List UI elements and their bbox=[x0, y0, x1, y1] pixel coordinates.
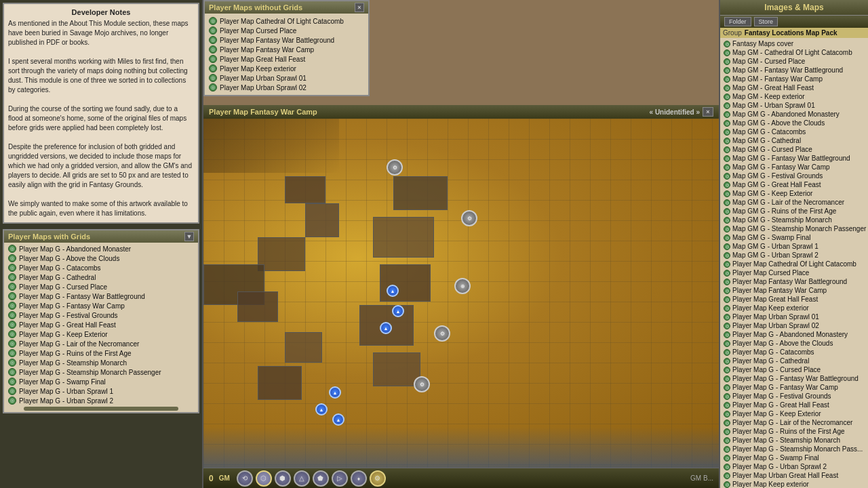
right-list-item[interactable]: ◎Map GM G - Cathedral bbox=[722, 136, 867, 145]
map-token-4[interactable]: ⚙ bbox=[434, 325, 450, 342]
grids-list-item[interactable]: ◎Player Map G - Steamship Monarch Passen… bbox=[7, 367, 195, 377]
right-list-item[interactable]: ◎Map GM G - Ruins of the First Age bbox=[722, 207, 867, 216]
floating-list-item[interactable]: ◎Player Map Urban Sprawl 01 bbox=[208, 73, 366, 83]
right-list-item[interactable]: ◎Map GM G - Steamship Monarch bbox=[722, 216, 867, 224]
toolbar-btn-7[interactable]: ⬧ bbox=[351, 470, 367, 487]
right-list-item[interactable]: ◎Map GM G - Swamp Final bbox=[722, 233, 867, 242]
right-list-item[interactable]: ◎Player Map G - Cursed Place bbox=[722, 365, 867, 374]
right-list-item[interactable]: ◎Map GM - Cathedral Of Light Catacomb bbox=[722, 48, 867, 57]
right-list-item[interactable]: ◎Map GM - Fantasy War Battleground bbox=[722, 66, 867, 75]
right-list-item[interactable]: ◎Player Map Cathedral Of Light Catacomb bbox=[722, 260, 867, 268]
right-list-item[interactable]: ◎Player Map G - Festival Grounds bbox=[722, 392, 867, 401]
grids-list-item[interactable]: ◎Player Map G - Steamship Monarch bbox=[7, 358, 195, 367]
right-list-item[interactable]: ◎Map GM G - Fantasy War Battleground bbox=[722, 154, 867, 163]
map-token-3[interactable]: ⊕ bbox=[454, 278, 471, 294]
toolbar-btn-5[interactable]: ⬟ bbox=[313, 470, 329, 487]
right-list-item[interactable]: ◎Player Map G - Abandoned Monastery bbox=[722, 330, 867, 339]
grids-list-item[interactable]: ◎Player Map G - Urban Sprawl 1 bbox=[7, 386, 195, 396]
right-list-item[interactable]: ◎Player Map Urban Sprawl 02 bbox=[722, 321, 867, 330]
toolbar-btn-2[interactable]: ⬡ bbox=[256, 470, 272, 487]
right-list-item[interactable]: ◎Map GM G - Lair of the Necromancer bbox=[722, 198, 867, 207]
right-list-item[interactable]: ◎Map GM - Fantasy War Camp bbox=[722, 75, 867, 83]
floating-list-item[interactable]: ◎Player Map Fantasy War Camp bbox=[208, 45, 366, 54]
right-list-item[interactable]: ◎Player Map Cursed Place bbox=[722, 268, 867, 277]
toolbar-btn-8[interactable]: ⚙ bbox=[370, 470, 386, 487]
maps-with-grids-close[interactable]: ▼ bbox=[184, 232, 194, 241]
right-list-item[interactable]: ◎Player Map G - Steamship Monarch Pass..… bbox=[722, 445, 867, 453]
map-token-1[interactable]: ⚙ bbox=[387, 159, 403, 176]
grids-list-item[interactable]: ◎Player Map G - Cursed Place bbox=[7, 282, 195, 291]
grids-list-item[interactable]: ◎Player Map G - Keep Exterior bbox=[7, 329, 195, 339]
map-token-5[interactable]: ⚙ bbox=[414, 376, 430, 392]
grids-list-item[interactable]: ◎Player Map G - Urban Sprawl 2 bbox=[7, 396, 195, 405]
toolbar-btn-4[interactable]: △ bbox=[294, 470, 310, 487]
right-list-item[interactable]: ◎Map GM G - Festival Grounds bbox=[722, 171, 867, 180]
right-list-item[interactable]: ◎Map GM G - Urban Sprawl 2 bbox=[722, 251, 867, 260]
right-list-item[interactable]: ◎Map GM G - Catacombs bbox=[722, 127, 867, 136]
blue-token-5[interactable]: ▲ bbox=[315, 403, 328, 415]
toolbar-btn-6[interactable]: ▷ bbox=[332, 470, 348, 487]
right-list-item[interactable]: ◎Map GM G - Cursed Place bbox=[722, 145, 867, 154]
right-list-item[interactable]: ◎Player Map Urban Great Hall Feast bbox=[722, 471, 867, 480]
store-button[interactable]: Store bbox=[754, 17, 778, 26]
floating-list-item[interactable]: ◎Player Map Fantasy War Battleground bbox=[208, 35, 366, 45]
blue-token-3[interactable]: ▲ bbox=[380, 322, 392, 334]
floating-list-item[interactable]: ◎Player Map Urban Sprawl 02 bbox=[208, 83, 366, 92]
right-list-item[interactable]: ◎Map GM G - Urban Sprawl 1 bbox=[722, 242, 867, 251]
blue-token-6[interactable]: ▲ bbox=[332, 413, 344, 426]
grids-list-item[interactable]: ◎Player Map G - Abandoned Monaster bbox=[7, 244, 195, 253]
right-list-item[interactable]: ◎Player Map G - Catacombs bbox=[722, 348, 867, 357]
right-list-item[interactable]: ◎Player Map G - Above the Clouds bbox=[722, 339, 867, 348]
floating-window-close[interactable]: × bbox=[355, 3, 364, 12]
toolbar-btn-1[interactable]: ⟲ bbox=[237, 470, 253, 487]
grids-list-item[interactable]: ◎Player Map G - Lair of the Necromancer bbox=[7, 339, 195, 348]
right-list-item[interactable]: ◎Player Map G - Fantasy War Camp bbox=[722, 383, 867, 392]
right-list-item[interactable]: ◎Fantasy Maps cover bbox=[722, 39, 867, 48]
right-list-item[interactable]: ◎Player Map Urban Sprawl 01 bbox=[722, 312, 867, 321]
right-list-item[interactable]: ◎Player Map G - Urban Sprawl 2 bbox=[722, 462, 867, 471]
grids-list-item[interactable]: ◎Player Map G - Fantasy War Battleground bbox=[7, 291, 195, 301]
floating-list-item[interactable]: ◎Player Map Cathedral Of Light Catacomb bbox=[208, 16, 366, 26]
right-list-item[interactable]: ◎Player Map Great Hall Feast bbox=[722, 295, 867, 304]
right-list-item[interactable]: ◎Map GM G - Keep Exterior bbox=[722, 189, 867, 198]
right-list-item[interactable]: ◎Player Map Keep exterior bbox=[722, 304, 867, 312]
right-list-item[interactable]: ◎Map GM G - Steamship Monarch Passenger bbox=[722, 224, 867, 233]
grids-list-item[interactable]: ◎Player Map G - Swamp Final bbox=[7, 377, 195, 386]
right-list-item[interactable]: ◎Player Map G - Lair of the Necromancer bbox=[722, 418, 867, 427]
grids-list-item[interactable]: ◎Player Map G - Great Hall Feast bbox=[7, 320, 195, 329]
floating-list-item[interactable]: ◎Player Map Keep exterior bbox=[208, 64, 366, 73]
grids-list-item[interactable]: ◎Player Map G - Above the Clouds bbox=[7, 253, 195, 263]
blue-token-4[interactable]: ▲ bbox=[329, 386, 341, 399]
blue-token-2[interactable]: ▲ bbox=[392, 305, 404, 317]
right-list-item[interactable]: ◎Map GM G - Abandoned Monastery bbox=[722, 110, 867, 119]
grids-list-item[interactable]: ◎Player Map G - Festival Grounds bbox=[7, 310, 195, 320]
right-list-item[interactable]: ◎Map GM G - Great Hall Feast bbox=[722, 180, 867, 189]
map-close-btn[interactable]: × bbox=[703, 107, 713, 117]
right-list-item[interactable]: ◎Map GM - Cursed Place bbox=[722, 57, 867, 66]
right-list-item[interactable]: ◎Player Map G - Cathedral bbox=[722, 357, 867, 365]
map-unidentified-label[interactable]: « Unidentified » bbox=[650, 108, 700, 116]
toolbar-btn-3[interactable]: ⬢ bbox=[275, 470, 291, 487]
floating-list-item[interactable]: ◎Player Map Great Hall Feast bbox=[208, 54, 366, 64]
right-list-item[interactable]: ◎Player Map G - Great Hall Feast bbox=[722, 401, 867, 409]
right-list-item[interactable]: ◎Player Map G - Keep Exterior bbox=[722, 409, 867, 418]
right-list-item[interactable]: ◎Player Map G - Swamp Final bbox=[722, 453, 867, 462]
grids-list-item[interactable]: ◎Player Map G - Ruins of the First Age bbox=[7, 348, 195, 358]
grids-list-item[interactable]: ◎Player Map G - Catacombs bbox=[7, 263, 195, 272]
right-list-item[interactable]: ◎Map GM - Great Hall Feast bbox=[722, 83, 867, 92]
right-list-item[interactable]: ◎Player Map G - Ruins of the First Age bbox=[722, 427, 867, 436]
right-list-item[interactable]: ◎Map GM G - Above the Clouds bbox=[722, 119, 867, 127]
right-list-item[interactable]: ◎Map GM - Keep exterior bbox=[722, 92, 867, 101]
right-list-item[interactable]: ◎Player Map Fantasy War Battleground bbox=[722, 277, 867, 286]
grids-list-item[interactable]: ◎Player Map G - Cathedral bbox=[7, 272, 195, 282]
right-list-item[interactable]: ◎Map GM G - Fantasy War Camp bbox=[722, 163, 867, 171]
right-list-item[interactable]: ◎Player Map G - Fantasy War Battleground bbox=[722, 374, 867, 383]
right-list-item[interactable]: ◎Player Map Fantasy War Camp bbox=[722, 286, 867, 295]
grids-list-item[interactable]: ◎Player Map G - Fantasy War Camp bbox=[7, 301, 195, 310]
right-list-item[interactable]: ◎Map GM - Urban Sprawl 01 bbox=[722, 101, 867, 110]
blue-token-1[interactable]: ▲ bbox=[387, 285, 399, 297]
folder-button[interactable]: Folder bbox=[724, 17, 751, 26]
right-list-item[interactable]: ◎Player Map G - Steamship Monarch bbox=[722, 436, 867, 445]
right-list-item[interactable]: ◎Player Map Keep exterior bbox=[722, 480, 867, 488]
map-token-2[interactable]: ⚙ bbox=[461, 210, 477, 226]
